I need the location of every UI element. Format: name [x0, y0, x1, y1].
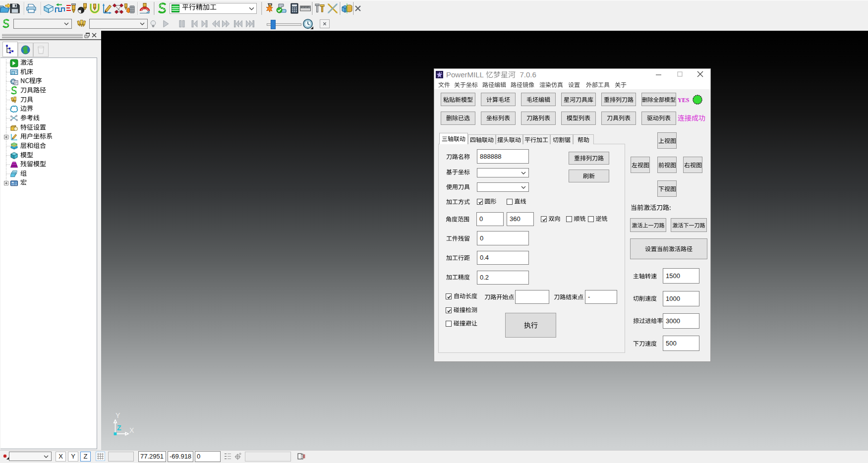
svg-text:Y: Y — [116, 411, 120, 419]
svg-text:Z: Z — [117, 424, 121, 432]
svg-text:X: X — [129, 426, 134, 434]
